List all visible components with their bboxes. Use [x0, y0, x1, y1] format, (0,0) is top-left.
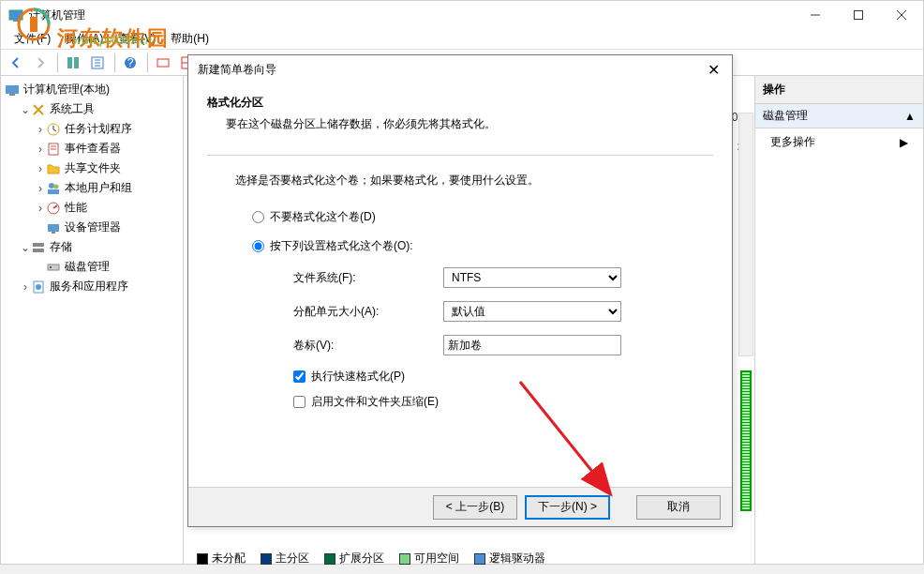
forward-icon[interactable] — [29, 52, 52, 74]
svg-rect-30 — [48, 224, 59, 232]
disk-icon — [46, 260, 61, 275]
tree-task-scheduler[interactable]: › 任务计划程序 — [5, 119, 179, 139]
minimize-button[interactable] — [794, 1, 837, 29]
menubar: 文件(F) 操作(A) 查看(V) 帮助(H) — [1, 29, 923, 50]
radio-format-input[interactable] — [252, 240, 264, 252]
svg-rect-20 — [6, 85, 19, 94]
radio-format[interactable]: 按下列设置格式化这个卷(O): — [252, 238, 713, 254]
expand-icon[interactable]: › — [35, 162, 46, 175]
next-button[interactable]: 下一步(N) > — [525, 495, 610, 520]
svg-rect-9 — [74, 57, 79, 68]
svg-rect-28 — [48, 189, 59, 194]
legend-primary: 主分区 — [261, 551, 309, 566]
dialog-heading: 格式化分区 — [207, 95, 713, 111]
quick-format-checkbox[interactable] — [293, 370, 306, 383]
quick-format-row[interactable]: 执行快速格式化(P) — [293, 369, 713, 385]
expand-icon[interactable]: › — [35, 123, 46, 136]
svg-rect-2 — [9, 10, 22, 20]
expand-icon[interactable]: › — [35, 182, 46, 195]
app-icon — [8, 8, 23, 23]
legend-unallocated: 未分配 — [197, 551, 246, 566]
filesystem-select[interactable]: NTFS — [443, 267, 621, 288]
actions-item-disk[interactable]: 磁盘管理 ▲ — [755, 104, 923, 128]
collapse-icon[interactable]: ⌄ — [20, 241, 31, 254]
allocation-select[interactable]: 默认值 — [443, 301, 621, 322]
radio-no-format[interactable]: 不要格式化这个卷(D) — [252, 209, 713, 225]
volume-label-input[interactable] — [443, 335, 621, 355]
radio-no-format-input[interactable] — [252, 211, 264, 223]
dialog-title-text: 新建简单卷向导 — [198, 62, 276, 78]
close-button[interactable] — [880, 1, 923, 29]
event-icon — [46, 142, 61, 157]
dialog-close-button[interactable]: ✕ — [694, 55, 732, 83]
folder-icon — [46, 161, 61, 176]
collapse-arrow-icon: ▲ — [904, 110, 916, 123]
svg-point-35 — [50, 266, 52, 268]
tree-system-tools[interactable]: ⌄ 系统工具 — [5, 99, 179, 119]
dialog-footer: < 上一步(B) 下一步(N) > 取消 — [188, 487, 732, 526]
computer-icon — [5, 83, 20, 98]
svg-rect-13 — [157, 59, 169, 67]
filesystem-row: 文件系统(F): NTFS — [293, 267, 713, 288]
tree-services[interactable]: › 服务和应用程序 — [5, 277, 179, 296]
tools-icon — [31, 102, 46, 117]
performance-icon — [46, 201, 61, 216]
svg-point-26 — [49, 183, 54, 189]
clock-icon — [46, 122, 61, 137]
tree-panel: 计算机管理(本地) ⌄ 系统工具 › 任务计划程序 › 事件查看器 › 共享文件… — [1, 76, 184, 564]
actions-header: 操作 — [755, 76, 923, 104]
svg-point-27 — [54, 184, 59, 189]
back-icon[interactable] — [5, 52, 27, 74]
legend-logical: 逻辑驱动器 — [474, 551, 545, 566]
back-button[interactable]: < 上一步(B) — [433, 495, 517, 520]
toolbar-icon-2[interactable] — [152, 52, 174, 74]
tree-shared-folders[interactable]: › 共享文件夹 — [5, 159, 179, 178]
expand-icon[interactable]: › — [35, 202, 46, 215]
svg-rect-31 — [52, 232, 55, 234]
menu-view[interactable]: 查看(V) — [111, 31, 163, 47]
tree-performance[interactable]: › 性能 — [5, 198, 179, 218]
compression-row[interactable]: 启用文件和文件夹压缩(E) — [293, 394, 713, 410]
compression-checkbox[interactable] — [293, 396, 306, 408]
legend-free: 可用空间 — [399, 551, 459, 566]
svg-point-37 — [36, 284, 41, 290]
actions-more[interactable]: 更多操作 ▶ — [755, 128, 923, 156]
menu-file[interactable]: 文件(F) — [7, 31, 58, 47]
arrow-right-icon: ▶ — [900, 136, 908, 149]
help-icon[interactable]: ? — [119, 52, 142, 74]
storage-icon — [31, 240, 46, 255]
collapse-icon[interactable]: ⌄ — [20, 103, 31, 116]
maximize-button[interactable] — [837, 1, 880, 29]
users-icon — [46, 181, 61, 196]
tree-device-manager[interactable]: 设备管理器 — [5, 218, 179, 237]
tree-local-users[interactable]: › 本地用户和组 — [5, 178, 179, 198]
svg-rect-5 — [855, 11, 863, 20]
tree-storage[interactable]: ⌄ 存储 — [5, 237, 179, 257]
actions-panel: 操作 磁盘管理 ▲ 更多操作 ▶ — [754, 76, 923, 564]
tree-root[interactable]: 计算机管理(本地) — [5, 80, 179, 99]
allocation-row: 分配单元大小(A): 默认值 — [293, 301, 713, 322]
titlebar: 计算机管理 — [1, 1, 923, 29]
expand-icon[interactable]: › — [35, 143, 46, 156]
refresh-icon[interactable] — [86, 52, 109, 74]
tree-disk-management[interactable]: 磁盘管理 — [5, 257, 179, 277]
wizard-dialog: 新建简单卷向导 ✕ 格式化分区 要在这个磁盘分区上储存数据，你必须先将其格式化。… — [187, 54, 733, 527]
volume-label-label: 卷标(V): — [293, 338, 443, 354]
cancel-button[interactable]: 取消 — [636, 495, 721, 520]
toolbar-icon-1[interactable] — [62, 52, 84, 74]
window-title: 计算机管理 — [29, 8, 85, 23]
svg-rect-34 — [48, 264, 59, 270]
services-icon — [31, 279, 46, 295]
device-icon — [46, 220, 61, 235]
volume-label-row: 卷标(V): — [293, 335, 713, 355]
legend-extended: 扩展分区 — [324, 551, 384, 566]
tree-event-viewer[interactable]: › 事件查看器 — [5, 139, 179, 159]
dialog-description: 要在这个磁盘分区上储存数据，你必须先将其格式化。 — [226, 116, 713, 132]
filesystem-label: 文件系统(F): — [293, 270, 443, 286]
dialog-instruction: 选择是否要格式化这个卷；如果要格式化，要使用什么设置。 — [235, 173, 713, 189]
expand-icon[interactable]: › — [20, 280, 31, 294]
menu-help[interactable]: 帮助(H) — [163, 31, 216, 47]
allocation-label: 分配单元大小(A): — [293, 304, 443, 320]
scrollbar[interactable] — [738, 113, 753, 356]
menu-action[interactable]: 操作(A) — [58, 31, 111, 47]
